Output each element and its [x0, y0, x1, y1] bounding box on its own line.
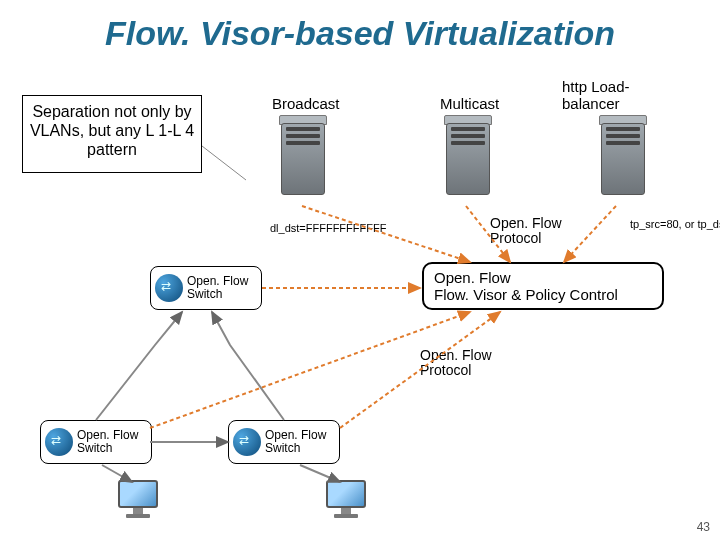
switch-icon — [45, 428, 73, 456]
switch-label-1: Open. Flow Switch — [187, 275, 257, 301]
separation-callout: Separation not only by VLANs, but any L … — [22, 95, 202, 173]
switch-label-2: Open. Flow Switch — [77, 429, 147, 455]
pc-icon-1 — [115, 480, 161, 522]
flowvisor-line2: Flow. Visor & Policy Control — [434, 286, 652, 303]
broadcast-label: Broadcast — [272, 95, 340, 112]
multicast-label: Multicast — [440, 95, 499, 112]
openflow-switch-top: Open. Flow Switch — [150, 266, 262, 310]
openflow-switch-right: Open. Flow Switch — [228, 420, 340, 464]
slide-title: Flow. Visor-based Virtualization — [0, 0, 720, 53]
switch-label-3: Open. Flow Switch — [265, 429, 335, 455]
broadcast-server-icon — [275, 115, 331, 205]
protocol-lower-label: Open. Flow Protocol — [420, 348, 500, 379]
http-label: http Load-balancer — [562, 78, 672, 112]
protocol-upper-label: Open. Flow Protocol — [490, 216, 570, 247]
multicast-server-icon — [440, 115, 496, 205]
flowvisor-box: Open. Flow Flow. Visor & Policy Control — [422, 262, 664, 310]
svg-line-0 — [302, 206, 470, 262]
pc-icon-2 — [323, 480, 369, 522]
tp-annotation: tp_src=80, or tp_dst=80 — [630, 218, 720, 230]
page-number: 43 — [697, 520, 710, 534]
switch-icon — [155, 274, 183, 302]
switch-icon — [233, 428, 261, 456]
dl-dst-annotation: dl_dst=FFFFFFFFFFFF — [270, 222, 386, 234]
svg-line-9 — [202, 146, 246, 180]
openflow-switch-left: Open. Flow Switch — [40, 420, 152, 464]
http-server-icon — [595, 115, 651, 205]
svg-line-2 — [564, 206, 616, 262]
flowvisor-line1: Open. Flow — [434, 269, 652, 286]
